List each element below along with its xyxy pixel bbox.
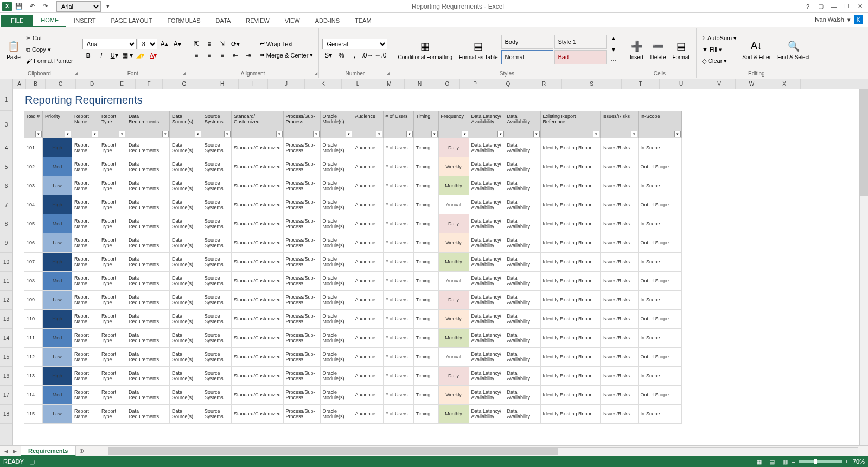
save-icon[interactable]: 💾 [13, 1, 25, 12]
filter-icon[interactable]: ▾ [162, 131, 169, 137]
insert-button[interactable]: ➕Insert [627, 31, 647, 67]
filter-icon[interactable]: ▾ [276, 131, 283, 137]
cell[interactable]: 105 [24, 214, 43, 234]
cell[interactable]: Data Source(s) [170, 291, 202, 310]
qat-dropdown-icon[interactable]: ▾ [102, 1, 114, 12]
table-header[interactable]: Data Source(s)▾ [170, 111, 202, 138]
col-header-N[interactable]: N [405, 79, 435, 89]
cell[interactable]: Standard/Customized [232, 176, 284, 195]
cell[interactable]: 114 [24, 386, 43, 405]
cell[interactable]: Report Name [72, 367, 99, 386]
cell[interactable]: Oracle Module(s) [320, 214, 353, 234]
format-button[interactable]: ▤Format [669, 31, 693, 67]
align-center-icon[interactable]: ≡ [203, 50, 215, 61]
cell[interactable]: Source Systems [202, 310, 232, 329]
cell[interactable]: Identify Existing Report [540, 329, 600, 348]
filter-icon[interactable]: ▾ [65, 131, 71, 137]
cell[interactable]: Timing [413, 310, 438, 329]
cell[interactable]: Timing [413, 253, 438, 272]
table-header[interactable]: Frequency▾ [438, 111, 469, 138]
cell[interactable]: # of Users [383, 386, 413, 405]
cell[interactable]: Issues/Risks [600, 157, 638, 176]
wrap-text-button[interactable]: ↩Wrap Text [258, 39, 316, 49]
table-header[interactable]: Source Systems▾ [202, 111, 232, 138]
cell[interactable]: Data Availability [505, 176, 540, 195]
col-header-T[interactable]: T [622, 79, 660, 89]
cell[interactable]: In-Scope [638, 214, 681, 234]
cell[interactable]: Monthly [438, 176, 469, 195]
cell[interactable]: Timing [413, 195, 438, 214]
cell[interactable]: Standard/Customized [232, 310, 284, 329]
cell[interactable]: Identify Existing Report [540, 272, 600, 291]
cell[interactable]: Timing [413, 405, 438, 424]
table-header[interactable]: Data Availability▾ [505, 111, 540, 138]
cell[interactable]: Report Type [99, 291, 126, 310]
cell[interactable]: Standard/Customized [232, 253, 284, 272]
cell[interactable]: Data Source(s) [170, 195, 202, 214]
cell[interactable]: Report Type [99, 310, 126, 329]
cell[interactable]: 102 [24, 157, 43, 176]
filter-icon[interactable]: ▾ [224, 131, 231, 137]
zoom-out-icon[interactable]: – [792, 458, 795, 465]
col-header-B[interactable]: B [26, 79, 46, 89]
cell[interactable]: Oracle Module(s) [320, 253, 353, 272]
cell[interactable]: Report Name [72, 234, 99, 253]
close-icon[interactable]: ✕ [854, 1, 866, 12]
cell[interactable]: Report Name [72, 195, 99, 214]
cell[interactable]: Timing [413, 176, 438, 195]
table-header[interactable]: Audience▾ [353, 111, 383, 138]
cell[interactable]: Oracle Module(s) [320, 272, 353, 291]
cell[interactable]: Timing [413, 329, 438, 348]
table-row[interactable]: 104HighReport NameReport TypeData Requir… [24, 195, 682, 214]
cell[interactable]: Data Availability [505, 329, 540, 348]
cell[interactable]: Standard/Customized [232, 195, 284, 214]
cell[interactable]: Oracle Module(s) [320, 367, 353, 386]
cell[interactable]: Issues/Risks [600, 367, 638, 386]
cell[interactable]: Timing [413, 157, 438, 176]
cell[interactable]: Data Latency/ Availability [469, 367, 505, 386]
style-bad[interactable]: Bad [554, 50, 607, 64]
cell[interactable]: Report Type [99, 214, 126, 234]
format-painter-button[interactable]: 🖌Format Painter [24, 55, 75, 66]
cell[interactable]: Audience [353, 386, 383, 405]
cell[interactable]: Identify Existing Report [540, 195, 600, 214]
qat-font-combo[interactable]: Arial [56, 1, 101, 12]
row-header[interactable]: 11 [0, 272, 12, 291]
cell[interactable]: Data Availability [505, 310, 540, 329]
cell[interactable]: Audience [353, 253, 383, 272]
col-header-G[interactable]: G [163, 79, 206, 89]
cell[interactable]: Source Systems [202, 386, 232, 405]
cell[interactable]: Data Latency/ Availability [469, 176, 505, 195]
minimize-icon[interactable]: — [828, 1, 840, 12]
zoom-slider[interactable] [799, 460, 842, 463]
row-header[interactable]: 9 [0, 234, 12, 253]
tab-formulas[interactable]: FORMULAS [159, 15, 208, 27]
cell[interactable]: Process/Sub-Process [283, 272, 320, 291]
cell[interactable]: Report Name [72, 291, 99, 310]
cell[interactable]: # of Users [383, 138, 413, 157]
tab-insert[interactable]: INSERT [66, 15, 103, 27]
row-header[interactable]: 1 [0, 89, 12, 111]
styles-scroll-down-icon[interactable]: ▾ [608, 44, 620, 55]
cell[interactable]: Report Name [72, 272, 99, 291]
table-row[interactable]: 109LowReport NameReport TypeData Require… [24, 291, 682, 310]
cell[interactable]: In-Scope [638, 176, 681, 195]
cell[interactable]: 103 [24, 176, 43, 195]
cell[interactable]: Source Systems [202, 405, 232, 424]
cell[interactable]: Oracle Module(s) [320, 195, 353, 214]
font-size-combo[interactable]: 8 [138, 39, 157, 49]
filter-icon[interactable]: ▾ [462, 131, 468, 137]
cell[interactable]: Process/Sub-Process [283, 234, 320, 253]
cell[interactable]: Report Type [99, 272, 126, 291]
cell[interactable]: Issues/Risks [600, 138, 638, 157]
cell[interactable]: Process/Sub-Process [283, 329, 320, 348]
cell[interactable]: Issues/Risks [600, 253, 638, 272]
cell[interactable]: Data Source(s) [170, 367, 202, 386]
cell[interactable]: Identify Existing Report [540, 348, 600, 367]
cell[interactable]: # of Users [383, 253, 413, 272]
cell[interactable]: Standard/Customized [232, 386, 284, 405]
cell[interactable]: Audience [353, 195, 383, 214]
cell[interactable]: Report Name [72, 214, 99, 234]
cell[interactable]: # of Users [383, 195, 413, 214]
cell[interactable]: Timing [413, 214, 438, 234]
